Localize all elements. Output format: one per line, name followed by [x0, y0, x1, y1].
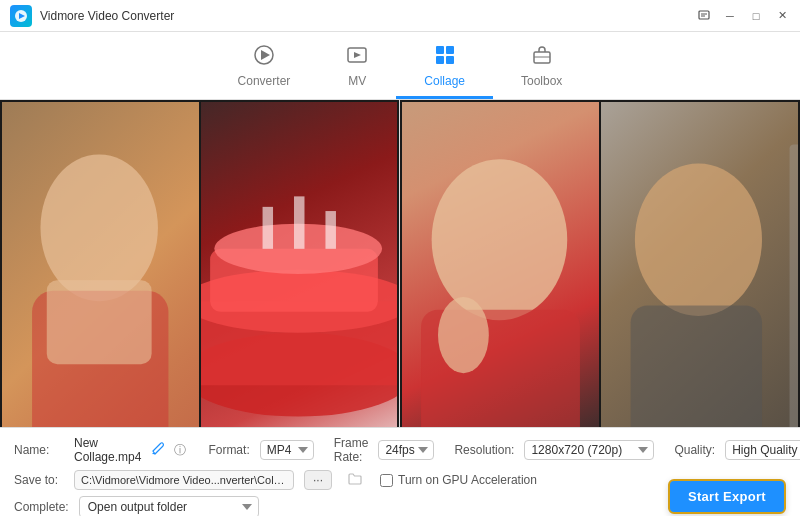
- logo-icon: [14, 9, 28, 23]
- tab-collage[interactable]: Collage: [396, 38, 493, 99]
- svg-rect-30: [294, 196, 304, 248]
- svg-rect-29: [262, 207, 272, 249]
- svg-rect-31: [325, 211, 335, 249]
- collage-svg: [434, 44, 456, 66]
- name-label: Name:: [14, 443, 64, 457]
- collage-label: Collage: [424, 74, 465, 88]
- app-title: Vidmore Video Converter: [40, 9, 174, 23]
- quality-label: Quality:: [674, 443, 715, 457]
- tab-toolbox[interactable]: Toolbox: [493, 38, 590, 99]
- svg-rect-21: [47, 280, 152, 364]
- svg-point-19: [40, 154, 157, 301]
- close-button[interactable]: ✕: [772, 6, 792, 26]
- save-path-field: C:\Vidmore\Vidmore Video...nverter\Colla…: [74, 470, 294, 490]
- format-label: Format:: [208, 443, 249, 457]
- titlebar: Vidmore Video Converter ─ □ ✕: [0, 0, 800, 32]
- format-select[interactable]: MP4 AVI MOV: [260, 440, 314, 460]
- svg-rect-8: [436, 46, 444, 54]
- quality-select[interactable]: High Quality Medium Quality Low Quality: [725, 440, 800, 460]
- minimize-button[interactable]: ─: [720, 6, 740, 26]
- quality-wrap: High Quality Medium Quality Low Quality: [725, 440, 800, 460]
- chat-icon: [698, 10, 710, 22]
- converter-svg: [253, 44, 275, 66]
- toolbox-svg: [531, 44, 553, 66]
- resolution-label-text: Resolution:: [454, 443, 514, 457]
- format-label-text: Format:: [208, 443, 249, 457]
- gpu-checkbox[interactable]: [380, 474, 393, 487]
- pencil-icon: [151, 442, 164, 455]
- edit-name-icon[interactable]: [151, 442, 164, 458]
- tab-converter[interactable]: Converter: [210, 38, 319, 99]
- start-export-button[interactable]: Start Export: [668, 479, 786, 514]
- svg-point-47: [635, 163, 762, 316]
- svg-rect-2: [699, 11, 709, 19]
- nav-tabs: Converter MV Collage: [0, 32, 800, 100]
- converter-icon: [253, 44, 275, 71]
- converter-label: Converter: [238, 74, 291, 88]
- main-content: Template Filter Audio: [0, 100, 800, 516]
- folder-icon-wrap: [348, 473, 362, 487]
- mv-label: MV: [348, 74, 366, 88]
- chat-button[interactable]: [694, 6, 714, 26]
- maximize-button[interactable]: □: [746, 6, 766, 26]
- tab-mv[interactable]: MV: [318, 38, 396, 99]
- toolbox-label: Toolbox: [521, 74, 562, 88]
- complete-action-select[interactable]: Open output folder Do nothing Shut down …: [79, 496, 259, 516]
- framerate-select[interactable]: 24fps 30fps 60fps: [378, 440, 434, 460]
- quality-label-text: Quality:: [674, 443, 715, 457]
- settings-row-1: Name: New Collage.mp4 ⓘ Format: MP4 AVI …: [14, 436, 786, 464]
- svg-rect-9: [446, 46, 454, 54]
- toolbox-icon: [531, 44, 553, 71]
- app-logo: [10, 5, 32, 27]
- browse-button[interactable]: ···: [304, 470, 332, 490]
- gpu-label-text: Turn on GPU Acceleration: [398, 473, 537, 487]
- svg-rect-10: [436, 56, 444, 64]
- folder-icon: [348, 473, 362, 485]
- framerate-label: Frame Rate:: [334, 436, 369, 464]
- svg-point-45: [438, 297, 489, 373]
- mv-svg: [346, 44, 368, 66]
- framerate-label-text: Frame Rate:: [334, 436, 369, 464]
- collage-icon: [434, 44, 456, 71]
- svg-point-43: [432, 159, 568, 320]
- save-to-label: Save to:: [14, 473, 64, 487]
- mv-icon: [346, 44, 368, 71]
- gpu-label[interactable]: Turn on GPU Acceleration: [380, 473, 537, 487]
- svg-marker-6: [261, 50, 270, 60]
- info-icon[interactable]: ⓘ: [174, 442, 186, 459]
- complete-select-wrap: Open output folder Do nothing Shut down …: [79, 496, 259, 516]
- resolution-label: Resolution:: [454, 443, 514, 457]
- window-controls: ─ □ ✕: [694, 6, 792, 26]
- complete-label: Complete:: [14, 500, 69, 514]
- svg-rect-11: [446, 56, 454, 64]
- resolution-select[interactable]: 1280x720 (720p) 1920x1080 (1080p) 640x48…: [524, 440, 654, 460]
- file-name: New Collage.mp4: [74, 436, 141, 464]
